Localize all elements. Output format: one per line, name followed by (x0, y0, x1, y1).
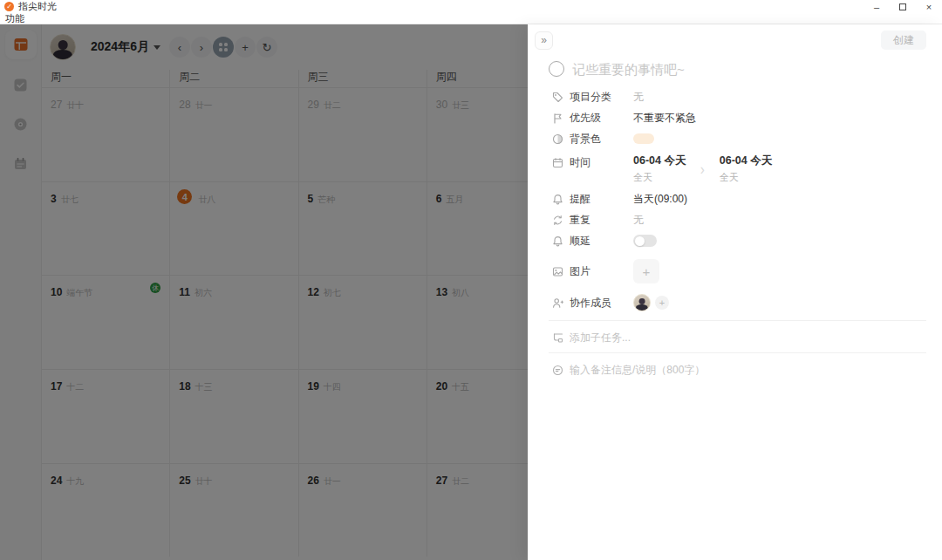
members-icon (552, 297, 563, 309)
tag-icon (552, 92, 563, 103)
event-complete-circle[interactable] (549, 61, 564, 77)
time-end[interactable]: 06-04 今天 全天 (720, 154, 772, 184)
note-input[interactable] (570, 364, 926, 376)
subtask-input[interactable] (570, 331, 926, 344)
app-window: ✓ 指尖时光 – × 功能 (0, 0, 942, 560)
add-image-button[interactable]: + (633, 259, 659, 283)
dim-overlay[interactable] (0, 24, 528, 560)
field-members: 协作成员 + (528, 294, 942, 311)
event-title-row (549, 61, 926, 77)
start-detail: 全天 (633, 171, 686, 184)
field-label: 重复 (570, 213, 590, 228)
subtask-row (528, 321, 942, 344)
postpone-bell-icon (552, 236, 563, 247)
create-button[interactable]: 创建 (881, 31, 926, 50)
color-swatch[interactable] (633, 133, 654, 144)
event-title-input[interactable] (572, 62, 926, 77)
titlebar: ✓ 指尖时光 – × (0, 0, 942, 13)
end-detail: 全天 (720, 171, 772, 184)
field-label: 顺延 (570, 234, 590, 249)
restore-icon (899, 3, 906, 10)
bell-icon (552, 194, 563, 205)
window-controls: – × (864, 0, 942, 13)
field-priority[interactable]: 优先级 不重要不紧急 (528, 110, 942, 126)
menubar: 功能 (0, 13, 942, 24)
priority-flag-icon (552, 113, 563, 124)
field-reminder[interactable]: 提醒 当天(09:00) (528, 191, 942, 207)
field-time[interactable]: 时间 06-04 今天 全天 › 06-04 今天 全天 (528, 152, 942, 184)
end-date: 06-04 今天 (720, 154, 772, 168)
repeat-value: 无 (633, 213, 644, 228)
field-label: 项目分类 (570, 90, 611, 105)
category-value: 无 (633, 90, 644, 105)
arrow-separator-icon: › (700, 160, 705, 179)
field-background-color[interactable]: 背景色 (528, 131, 942, 147)
field-image: 图片 + (528, 259, 942, 283)
check-glyph: ✓ (6, 3, 12, 10)
member-avatar[interactable] (633, 294, 651, 311)
repeat-icon (552, 215, 563, 226)
close-button[interactable]: × (916, 0, 942, 13)
field-label: 协作成员 (570, 296, 611, 311)
field-label: 背景色 (570, 132, 601, 147)
app-logo-icon: ✓ (4, 2, 14, 11)
field-repeat[interactable]: 重复 无 (528, 212, 942, 228)
plus-icon: + (659, 297, 665, 308)
time-start[interactable]: 06-04 今天 全天 (633, 154, 686, 184)
field-label: 图片 (570, 264, 590, 279)
field-postpone[interactable]: 顺延 (528, 233, 942, 249)
panel-header: » 创建 (528, 24, 942, 50)
field-label: 时间 (570, 155, 590, 170)
event-create-panel: » 创建 项目分类 无 优先级 不重要不紧急 背景色 时间 (528, 24, 942, 560)
collapse-panel-button[interactable]: » (535, 31, 553, 50)
close-icon: × (926, 2, 932, 12)
palette-icon (552, 133, 563, 145)
subtask-icon (552, 332, 563, 344)
priority-value: 不重要不紧急 (633, 111, 696, 126)
field-category[interactable]: 项目分类 无 (528, 89, 942, 105)
field-list: 项目分类 无 优先级 不重要不紧急 背景色 时间 06-04 今天 全天 › (528, 89, 942, 311)
restore-button[interactable] (890, 0, 916, 13)
field-label: 优先级 (570, 111, 601, 126)
image-icon (552, 266, 563, 277)
menu-item-features[interactable]: 功能 (0, 12, 30, 25)
start-date: 06-04 今天 (633, 154, 686, 168)
add-member-button[interactable]: + (655, 296, 669, 310)
postpone-toggle[interactable] (633, 235, 657, 247)
calendar-icon (552, 157, 563, 168)
minimize-button[interactable]: – (864, 0, 890, 13)
note-row (528, 353, 942, 376)
minimize-icon: – (874, 2, 879, 12)
note-comment-icon (552, 365, 563, 376)
field-label: 提醒 (570, 192, 590, 207)
collapse-icon: » (541, 34, 547, 46)
reminder-value: 当天(09:00) (633, 192, 687, 207)
plus-icon: + (643, 264, 651, 279)
